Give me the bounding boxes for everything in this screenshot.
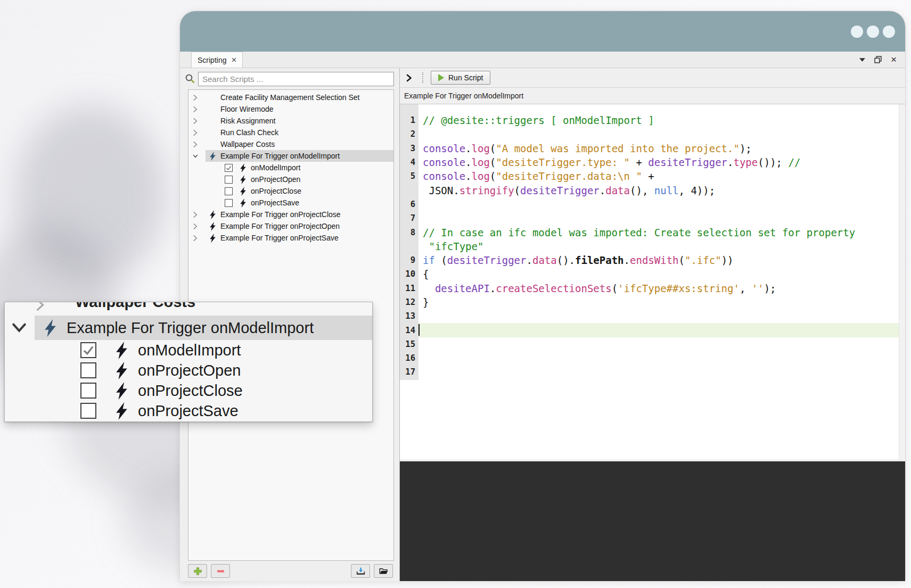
chevron-right-icon[interactable] xyxy=(193,234,206,242)
tree-item-body: onModelImport xyxy=(206,162,393,173)
tab-scripting[interactable]: Scripting × xyxy=(191,52,243,68)
code-line[interactable]: 4console.log("desiteTrigger.type: " + de… xyxy=(400,155,905,169)
chevron-right-icon[interactable] xyxy=(193,128,206,137)
code-token: . xyxy=(465,170,471,182)
code-line[interactable]: 9if (desiteTrigger.data().filePath.endsW… xyxy=(400,253,905,267)
tree-item[interactable]: Example For Trigger onProjectSave xyxy=(188,232,393,244)
code-line[interactable]: 5console.log("desiteTrigger.data:\n " + xyxy=(400,169,905,183)
tree-item[interactable]: onModelImport xyxy=(5,340,372,360)
tree-item[interactable]: onProjectClose xyxy=(188,185,393,197)
close-panel-icon[interactable]: × xyxy=(891,55,897,64)
code-text: "ifcType" xyxy=(418,239,905,253)
tree-item[interactable]: Run Clash Check xyxy=(188,127,393,138)
checkbox-unchecked[interactable] xyxy=(80,403,96,419)
code-token: + xyxy=(630,156,648,168)
checkbox-unchecked[interactable] xyxy=(225,176,233,184)
code-token: "ifcType" xyxy=(423,241,483,252)
editor-panel: Run Script Example For Trigger onModelIm… xyxy=(399,68,905,581)
code-text xyxy=(418,351,905,365)
chevron-right-icon[interactable] xyxy=(193,117,206,125)
window-control-dot[interactable] xyxy=(851,26,863,38)
chevron-right-icon[interactable] xyxy=(193,105,206,113)
window-titlebar[interactable] xyxy=(180,11,905,52)
code-token: log xyxy=(472,143,490,154)
window-control-dot[interactable] xyxy=(867,26,879,38)
line-number: 2 xyxy=(400,129,418,139)
code-line[interactable]: 12} xyxy=(400,295,905,309)
checkbox-checked[interactable] xyxy=(80,342,96,358)
code-token: createSelectionSets xyxy=(496,283,611,294)
add-script-button[interactable] xyxy=(188,564,207,578)
code-line[interactable]: 15 xyxy=(400,337,905,351)
code-token: '' xyxy=(752,283,764,294)
code-text: JSON.stringify(desiteTrigger.data(), nul… xyxy=(418,183,905,197)
tree-item[interactable]: Example For Trigger onProjectOpen xyxy=(188,220,393,232)
checkbox-checked[interactable] xyxy=(225,164,233,172)
chevron-right-icon[interactable] xyxy=(193,140,206,148)
code-line[interactable]: JSON.stringify(desiteTrigger.data(), nul… xyxy=(400,183,905,197)
tree-item[interactable]: onProjectOpen xyxy=(188,173,393,185)
open-folder-button[interactable] xyxy=(374,564,393,578)
collapse-panel-icon[interactable] xyxy=(406,74,417,82)
page-background: Scripting × × xyxy=(0,0,911,588)
console-output[interactable] xyxy=(400,461,905,581)
chevron-down-icon[interactable] xyxy=(193,152,206,160)
import-script-button[interactable] xyxy=(351,564,370,578)
script-title: Example For Trigger onModelImport xyxy=(404,92,523,100)
code-token: )) xyxy=(721,254,734,266)
line-number: 1 xyxy=(400,115,418,125)
tree-item[interactable]: onProjectSave xyxy=(188,197,393,209)
twisty-spacer xyxy=(193,198,206,207)
tree-item[interactable]: Floor Wiremode xyxy=(188,103,393,115)
tree-item[interactable]: onModelImport xyxy=(188,162,393,173)
tree-item[interactable]: onProjectSave xyxy=(5,401,372,421)
tree-item[interactable]: onProjectOpen xyxy=(5,360,372,380)
code-line[interactable]: 14 xyxy=(400,323,905,337)
float-window-icon[interactable] xyxy=(874,56,882,63)
code-token: ( xyxy=(514,185,520,196)
tree-item[interactable]: Example For Trigger onModelImport xyxy=(5,316,372,340)
code-token: . xyxy=(465,156,471,168)
tree-item[interactable]: Risk Assignment xyxy=(188,115,393,127)
code-line[interactable]: 2 xyxy=(400,127,905,141)
code-line[interactable]: 13 xyxy=(400,309,905,323)
tree-item[interactable]: onProjectClose xyxy=(5,380,372,401)
checkbox-unchecked[interactable] xyxy=(225,199,233,207)
code-line[interactable]: 8// In case an ifc model was imported: C… xyxy=(400,225,905,239)
code-line[interactable]: 10{ xyxy=(400,267,905,281)
code-line[interactable]: 11 desiteAPI.createSelectionSets('ifcTyp… xyxy=(400,281,905,295)
chevron-right-icon[interactable] xyxy=(193,210,206,219)
remove-script-button[interactable] xyxy=(211,564,230,578)
dock-menu-icon[interactable] xyxy=(859,58,865,62)
tree-item[interactable]: Wallpaper Costs xyxy=(188,138,393,150)
code-line[interactable]: 6 xyxy=(400,197,905,211)
tab-close-icon[interactable]: × xyxy=(231,56,236,64)
chevron-right-icon[interactable] xyxy=(193,93,206,102)
code-line[interactable]: 17 xyxy=(400,365,905,379)
lightning-icon xyxy=(237,175,249,184)
chevron-down-icon[interactable] xyxy=(11,321,35,334)
line-number: 15 xyxy=(400,339,418,349)
code-line[interactable]: 16 xyxy=(400,351,905,365)
tree-item-body: Example For Trigger onModelImport xyxy=(206,150,393,162)
search-input[interactable] xyxy=(198,72,394,86)
code-line[interactable]: 1// @desite::triggers [ onModelImport ] xyxy=(400,113,905,127)
checkbox-unchecked[interactable] xyxy=(225,187,233,195)
tree-item[interactable]: Example For Trigger onModelImport xyxy=(188,150,393,162)
code-line[interactable]: 3console.log("A model was imported into … xyxy=(400,142,905,155)
code-editor[interactable]: 1// @desite::triggers [ onModelImport ]2… xyxy=(400,104,905,459)
code-token: "desiteTrigger.data:\n " xyxy=(496,170,642,182)
script-title-bar: Example For Trigger onModelImport xyxy=(400,88,905,104)
checkbox-unchecked[interactable] xyxy=(80,383,96,399)
code-line[interactable]: 7 xyxy=(400,211,905,225)
chevron-right-icon[interactable] xyxy=(193,222,206,230)
run-script-button[interactable]: Run Script xyxy=(431,71,490,85)
code-line[interactable]: "ifcType" xyxy=(400,239,905,253)
checkbox-unchecked[interactable] xyxy=(80,362,96,378)
tree-item[interactable]: Example For Trigger onProjectClose xyxy=(188,209,393,220)
tree-item[interactable]: Create Facility Management Selection Set xyxy=(188,92,393,103)
window-control-dot[interactable] xyxy=(883,26,895,38)
line-number: 6 xyxy=(400,200,418,209)
editor-scrollbar[interactable] xyxy=(899,104,905,459)
tree-item-label: onModelImport xyxy=(138,342,241,359)
